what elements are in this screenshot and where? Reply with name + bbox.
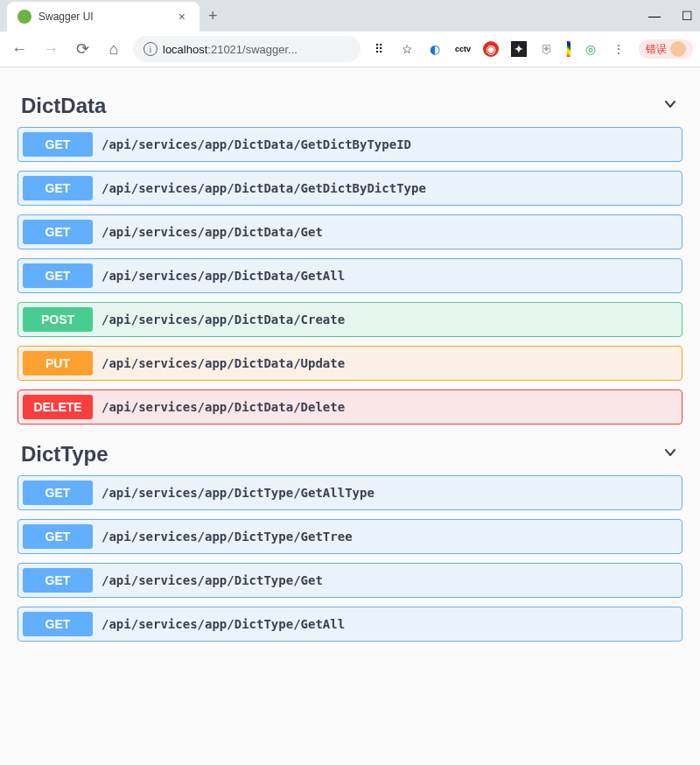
star-icon[interactable]: ☆ [399, 41, 415, 57]
endpoint-summary[interactable]: GET/api/services/app/DictType/GetAllType [18, 476, 682, 509]
tab-title: Swagger UI [38, 11, 168, 23]
address-bar[interactable]: i localhost:21021/swagger... [133, 36, 360, 62]
url-text: localhost:21021/swagger... [163, 43, 298, 56]
section-header[interactable]: DictType [18, 433, 682, 475]
http-method-badge: GET [23, 524, 93, 549]
http-method-badge: GET [23, 263, 93, 288]
extension-red-icon[interactable]: ◉ [483, 41, 499, 57]
endpoint-row[interactable]: GET/api/services/app/DictData/Get [18, 214, 682, 249]
endpoint-path: /api/services/app/DictData/GetAll [102, 269, 345, 283]
endpoint-summary[interactable]: POST/api/services/app/DictData/Create [18, 303, 682, 336]
tab-bar: Swagger UI × + — ☐ [0, 0, 700, 32]
minimize-button[interactable]: — [648, 9, 661, 23]
endpoint-summary[interactable]: GET/api/services/app/DictData/GetDictByD… [18, 172, 682, 205]
favicon-icon [18, 10, 32, 24]
endpoint-row[interactable]: GET/api/services/app/DictType/GetAll [18, 607, 682, 642]
window-controls: — ☐ [648, 0, 693, 32]
endpoint-row[interactable]: GET/api/services/app/DictData/GetAll [18, 258, 682, 293]
back-button[interactable]: ← [7, 37, 32, 61]
maximize-button[interactable]: ☐ [682, 9, 693, 23]
endpoint-path: /api/services/app/DictType/GetAllType [102, 486, 374, 500]
extension-icons: ⠿ ☆ ◐ cctv ◉ ✦ ⛨ ◎ ⋮ 错误 [371, 39, 693, 59]
endpoint-summary[interactable]: GET/api/services/app/DictType/GetAll [18, 607, 682, 641]
endpoint-row[interactable]: GET/api/services/app/DictData/GetDictByT… [18, 127, 682, 162]
endpoint-path: /api/services/app/DictData/GetDictByDict… [102, 181, 426, 195]
menu-icon[interactable]: ⋮ [611, 41, 626, 57]
http-method-badge: GET [23, 132, 93, 157]
extension-dark-icon[interactable]: ✦ [511, 41, 527, 57]
http-method-badge: GET [23, 568, 93, 593]
translate-icon[interactable]: ⠿ [371, 41, 387, 57]
endpoint-row[interactable]: GET/api/services/app/DictType/Get [18, 563, 682, 598]
endpoint-row[interactable]: GET/api/services/app/DictType/GetTree [18, 519, 682, 554]
extension-shield-icon[interactable]: ⛨ [539, 41, 555, 57]
section-header[interactable]: DictData [18, 85, 682, 127]
reload-button[interactable]: ⟳ [70, 37, 94, 61]
endpoint-summary[interactable]: GET/api/services/app/DictData/GetAll [18, 259, 682, 292]
extension-rainbow-icon[interactable] [567, 41, 570, 57]
endpoint-row[interactable]: POST/api/services/app/DictData/Create [18, 302, 682, 337]
endpoint-path: /api/services/app/DictData/Get [102, 225, 323, 239]
http-method-badge: PUT [23, 351, 93, 375]
home-button[interactable]: ⌂ [102, 37, 126, 61]
close-tab-icon[interactable]: × [175, 10, 189, 24]
section-title: DictType [21, 442, 108, 467]
chevron-down-icon [662, 444, 679, 466]
endpoint-row[interactable]: GET/api/services/app/DictType/GetAllType [18, 475, 682, 510]
endpoint-summary[interactable]: DELETE/api/services/app/DictData/Delete [18, 390, 682, 424]
new-tab-button[interactable]: + [200, 7, 227, 25]
endpoint-row[interactable]: DELETE/api/services/app/DictData/Delete [18, 390, 682, 425]
http-method-badge: POST [23, 307, 93, 332]
section-title: DictData [21, 94, 106, 118]
browser-tab[interactable]: Swagger UI × [7, 2, 200, 32]
endpoint-row[interactable]: PUT/api/services/app/DictData/Update [18, 346, 682, 381]
endpoint-path: /api/services/app/DictData/Create [102, 312, 345, 326]
chevron-down-icon [662, 95, 679, 117]
endpoint-summary[interactable]: GET/api/services/app/DictType/Get [18, 564, 682, 597]
endpoint-path: /api/services/app/DictType/GetTree [102, 530, 353, 544]
endpoint-path: /api/services/app/DictData/Delete [102, 400, 345, 414]
endpoint-path: /api/services/app/DictType/Get [102, 573, 323, 587]
forward-button[interactable]: → [38, 37, 63, 61]
swagger-content: DictDataGET/api/services/app/DictData/Ge… [0, 67, 700, 765]
extension-circle-icon[interactable]: ◎ [583, 41, 598, 57]
avatar-icon [670, 41, 686, 57]
error-badge[interactable]: 错误 [639, 39, 693, 59]
http-method-badge: GET [23, 612, 93, 636]
extension-cctv-icon[interactable]: cctv [455, 41, 471, 57]
browser-toolbar: ← → ⟳ ⌂ i localhost:21021/swagger... ⠿ ☆… [0, 32, 700, 67]
endpoint-summary[interactable]: PUT/api/services/app/DictData/Update [18, 347, 682, 380]
http-method-badge: GET [23, 220, 93, 244]
http-method-badge: GET [23, 481, 93, 505]
extension-opera-icon[interactable]: ◐ [427, 41, 443, 57]
site-info-icon[interactable]: i [144, 42, 158, 56]
endpoint-summary[interactable]: GET/api/services/app/DictType/GetTree [18, 520, 682, 553]
browser-chrome: Swagger UI × + — ☐ ← → ⟳ ⌂ i localhost:2… [0, 0, 700, 67]
http-method-badge: DELETE [23, 395, 93, 419]
endpoint-path: /api/services/app/DictData/Update [102, 356, 345, 370]
endpoint-path: /api/services/app/DictType/GetAll [102, 617, 345, 631]
endpoint-path: /api/services/app/DictData/GetDictByType… [102, 137, 411, 151]
endpoint-summary[interactable]: GET/api/services/app/DictData/Get [18, 215, 682, 249]
endpoint-summary[interactable]: GET/api/services/app/DictData/GetDictByT… [18, 128, 682, 161]
http-method-badge: GET [23, 176, 93, 200]
endpoint-row[interactable]: GET/api/services/app/DictData/GetDictByD… [18, 171, 682, 206]
